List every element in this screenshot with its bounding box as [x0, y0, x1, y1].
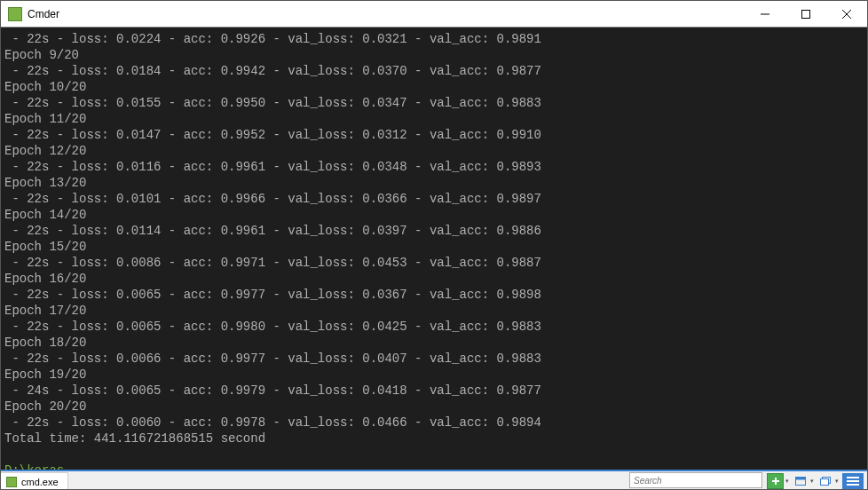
maximize-button[interactable] [785, 1, 826, 27]
output-line: - 22s - loss: 0.0086 - acc: 0.9971 - val… [4, 255, 867, 271]
cmd-icon [6, 477, 17, 487]
output-line: - 22s - loss: 0.0066 - acc: 0.9977 - val… [4, 351, 867, 367]
new-console-button[interactable] [767, 473, 784, 489]
window-title: Cmder [28, 8, 745, 20]
output-line: - 22s - loss: 0.0065 - acc: 0.9980 - val… [4, 319, 867, 335]
output-line: - 22s - loss: 0.0224 - acc: 0.9926 - val… [4, 31, 867, 47]
minimize-button[interactable] [745, 1, 785, 27]
output-line: Epoch 9/20 [4, 47, 867, 63]
terminal-output[interactable]: - 22s - loss: 0.0224 - acc: 0.9926 - val… [1, 28, 867, 470]
toolbar: ▾ ▾ ▾ [762, 471, 867, 489]
search-input[interactable] [629, 472, 762, 488]
spacer [68, 471, 629, 489]
console-tab[interactable]: cmd.exe [1, 472, 68, 490]
output-line: - 22s - loss: 0.0065 - acc: 0.9977 - val… [4, 287, 867, 303]
output-line: - 22s - loss: 0.0155 - acc: 0.9950 - val… [4, 95, 867, 111]
menu-button[interactable] [842, 473, 864, 489]
output-line: - 22s - loss: 0.0114 - acc: 0.9961 - val… [4, 223, 867, 239]
output-line: Epoch 13/20 [4, 175, 867, 191]
windows-button[interactable] [817, 473, 833, 489]
new-console-dropdown[interactable]: ▾ [784, 478, 791, 485]
show-hide-button[interactable] [792, 473, 809, 489]
app-icon [8, 7, 22, 21]
output-line: Epoch 14/20 [4, 207, 867, 223]
output-line: Epoch 18/20 [4, 335, 867, 351]
svg-rect-1 [802, 10, 810, 18]
windows-dropdown[interactable]: ▾ [833, 478, 840, 485]
svg-rect-9 [820, 478, 828, 485]
show-hide-dropdown[interactable]: ▾ [809, 478, 816, 485]
output-line: Epoch 11/20 [4, 111, 867, 127]
output-line: - 22s - loss: 0.0101 - acc: 0.9966 - val… [4, 191, 867, 207]
prompt-path: D:\keras [4, 463, 64, 470]
output-line: - 22s - loss: 0.0184 - acc: 0.9942 - val… [4, 63, 867, 79]
output-line: Epoch 12/20 [4, 143, 867, 159]
window-controls [745, 1, 867, 27]
svg-rect-7 [795, 477, 805, 479]
title-bar: Cmder [1, 1, 867, 28]
output-line: Total time: 441.116721868515 second [4, 431, 867, 447]
tab-label: cmd.exe [21, 477, 59, 487]
close-button[interactable] [826, 1, 867, 27]
output-line: - 22s - loss: 0.0116 - acc: 0.9961 - val… [4, 159, 867, 175]
output-line: Epoch 20/20 [4, 399, 867, 415]
output-line: - 24s - loss: 0.0065 - acc: 0.9979 - val… [4, 383, 867, 399]
output-line: Epoch 10/20 [4, 79, 867, 95]
output-line: - 22s - loss: 0.0060 - acc: 0.9978 - val… [4, 415, 867, 431]
status-bar: cmd.exe ▾ ▾ ▾ [1, 470, 867, 489]
output-line: Epoch 15/20 [4, 239, 867, 255]
output-line: Epoch 16/20 [4, 271, 867, 287]
output-line: Epoch 19/20 [4, 367, 867, 383]
output-line: - 22s - loss: 0.0147 - acc: 0.9952 - val… [4, 127, 867, 143]
output-line: Epoch 17/20 [4, 303, 867, 319]
